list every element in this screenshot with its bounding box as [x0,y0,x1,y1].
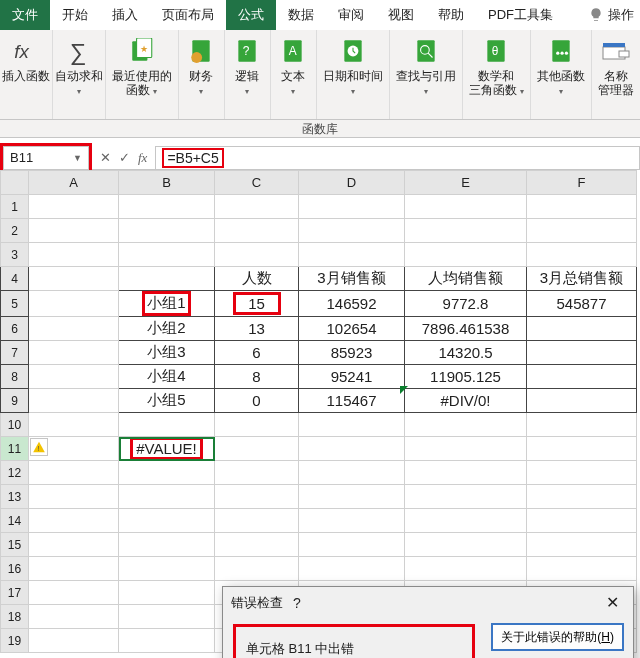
cell[interactable]: 545877 [527,291,637,317]
cell[interactable]: 102654 [299,317,405,341]
cell[interactable]: 9772.8 [405,291,527,317]
sigma-icon: ∑ [65,34,93,68]
cell[interactable]: 8 [215,365,299,389]
ribbon-insert-function[interactable]: fx 插入函数 [0,30,53,119]
cell[interactable]: 人数 [215,267,299,291]
ribbon-math-trig-label: 数学和 三角函数 ▾ [469,70,524,98]
cell[interactable]: 6 [215,341,299,365]
cell[interactable] [215,195,299,219]
row-header[interactable]: 7 [1,341,29,365]
cell-C5[interactable]: 15 [215,291,299,317]
tab-view[interactable]: 视图 [376,0,426,30]
row-header[interactable]: 11 [1,437,29,461]
dialog-close-icon[interactable]: ✕ [600,593,625,612]
row-header[interactable]: 19 [1,629,29,653]
cell[interactable]: 146592 [299,291,405,317]
cell[interactable]: 3月销售额 [299,267,405,291]
cell[interactable]: 115467 [299,389,405,413]
tab-file[interactable]: 文件 [0,0,50,30]
tab-review[interactable]: 审阅 [326,0,376,30]
col-header-E[interactable]: E [405,171,527,195]
cell[interactable] [527,195,637,219]
row-header[interactable]: 6 [1,317,29,341]
enter-formula-icon[interactable]: ✓ [119,150,130,165]
select-all-corner[interactable] [1,171,29,195]
name-box[interactable]: B11 ▼ [3,146,89,170]
row-header[interactable]: 10 [1,413,29,437]
cell[interactable] [119,195,215,219]
col-header-D[interactable]: D [299,171,405,195]
tab-data[interactable]: 数据 [276,0,326,30]
cell[interactable]: 95241 [299,365,405,389]
cell[interactable]: 小组3 [119,341,215,365]
row-header[interactable]: 18 [1,605,29,629]
ribbon-lookup[interactable]: 查找与引用▾ [390,30,463,119]
tab-help[interactable]: 帮助 [426,0,476,30]
row-header[interactable]: 3 [1,243,29,267]
help-on-error-button[interactable]: 关于此错误的帮助(H) [492,624,623,650]
col-header-B[interactable]: B [119,171,215,195]
col-header-A[interactable]: A [29,171,119,195]
row-header[interactable]: 5 [1,291,29,317]
row-header[interactable]: 4 [1,267,29,291]
ribbon-math-trig[interactable]: θ 数学和 三角函数 ▾ [463,30,531,119]
ribbon-datetime[interactable]: 日期和时间▾ [317,30,390,119]
cell[interactable] [29,195,119,219]
cell[interactable]: 7896.461538 [405,317,527,341]
cell[interactable] [527,341,637,365]
name-box-dropdown-icon[interactable]: ▼ [73,153,82,163]
cell[interactable]: 3月总销售额 [527,267,637,291]
row-header[interactable]: 15 [1,533,29,557]
cancel-formula-icon[interactable]: ✕ [100,150,111,165]
error-smart-tag[interactable]: ! [30,438,48,456]
ribbon-text-label: 文本▾ [281,70,305,98]
cell-E9[interactable]: #DIV/0! [405,389,527,413]
cell[interactable]: 小组5 [119,389,215,413]
cell[interactable]: 14320.5 [405,341,527,365]
ribbon-name-manager[interactable]: 名称 管理器 [592,30,640,119]
cell[interactable] [527,389,637,413]
tab-page-layout[interactable]: 页面布局 [150,0,226,30]
cell-B5[interactable]: 小组1 [119,291,215,317]
tab-formulas[interactable]: 公式 [226,0,276,30]
row-header[interactable]: 9 [1,389,29,413]
cell-B11-selected[interactable]: #VALUE! [119,437,215,461]
tab-insert[interactable]: 插入 [100,0,150,30]
cell[interactable]: 0 [215,389,299,413]
ribbon-recent[interactable]: ★ 最近使用的 函数 ▾ [106,30,179,119]
row-header[interactable]: 8 [1,365,29,389]
row-header[interactable]: 12 [1,461,29,485]
row-header[interactable]: 13 [1,485,29,509]
tell-me[interactable]: 操作 [576,0,640,30]
ribbon-logical[interactable]: ? 逻辑▾ [225,30,271,119]
cell[interactable]: 小组2 [119,317,215,341]
row-header[interactable]: 1 [1,195,29,219]
cell[interactable]: 人均销售额 [405,267,527,291]
cell[interactable]: 13 [215,317,299,341]
name-box-value: B11 [10,150,33,165]
tab-home[interactable]: 开始 [50,0,100,30]
row-header[interactable]: 17 [1,581,29,605]
cell[interactable] [119,267,215,291]
cell[interactable]: 11905.125 [405,365,527,389]
cell[interactable] [299,195,405,219]
ribbon-autosum[interactable]: ∑ 自动求和▾ [53,30,106,119]
row-header[interactable]: 14 [1,509,29,533]
cell[interactable]: 小组4 [119,365,215,389]
cell[interactable]: 85923 [299,341,405,365]
ribbon-financial[interactable]: 财务▾ [179,30,225,119]
ribbon-more-functions[interactable]: 其他函数▾ [531,30,592,119]
tab-pdf-tools[interactable]: PDF工具集 [476,0,565,30]
cell[interactable] [527,365,637,389]
cell[interactable] [405,195,527,219]
cell[interactable] [527,317,637,341]
row-header[interactable]: 16 [1,557,29,581]
col-header-C[interactable]: C [215,171,299,195]
fx-button-icon[interactable]: fx [138,150,147,166]
ribbon-text[interactable]: A 文本▾ [271,30,317,119]
formula-bar[interactable]: =B5+C5 [155,146,640,170]
error-indicator-triangle-icon [400,386,408,394]
dialog-help-icon[interactable]: ? [283,595,311,611]
row-header[interactable]: 2 [1,219,29,243]
col-header-F[interactable]: F [527,171,637,195]
